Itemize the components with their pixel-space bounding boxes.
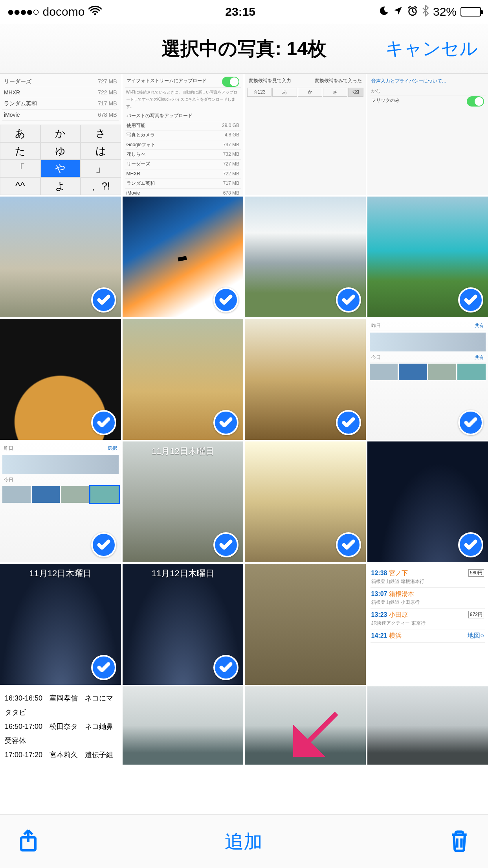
share-button[interactable] — [19, 829, 38, 854]
selected-check-icon — [91, 655, 116, 680]
selected-check-icon — [91, 287, 116, 313]
annotation-arrow-icon — [293, 710, 340, 757]
thumbnail[interactable] — [245, 686, 366, 765]
thumbnail[interactable]: 11月12日木曜日 — [123, 441, 244, 563]
signal-dots: ●●●●○ — [7, 5, 39, 18]
delete-button[interactable] — [449, 830, 469, 853]
thumbnail[interactable]: 音声入力とプライバシーについて… かな フリックのみ — [367, 74, 488, 195]
thumbnail[interactable] — [367, 441, 488, 563]
thumbnail[interactable]: 16:30-16:50 室岡孝信 ネコにマタタビ 16:50-17:00 松田奈… — [0, 686, 121, 765]
thumbnail[interactable] — [123, 686, 244, 765]
selected-check-icon — [213, 287, 238, 313]
svg-line-2 — [303, 714, 336, 747]
selected-check-icon — [213, 655, 238, 680]
selected-check-icon — [336, 410, 361, 435]
date-label: 11月12日木曜日 — [123, 568, 244, 579]
thumbnail[interactable] — [367, 686, 488, 765]
alarm-icon — [407, 5, 418, 19]
date-label: 11月12日木曜日 — [0, 568, 121, 579]
selected-check-icon — [336, 532, 361, 557]
thumbnail[interactable]: 昨日共有 今日共有 — [367, 319, 488, 440]
battery-pct: 32% — [433, 5, 457, 18]
thumbnail[interactable] — [0, 197, 121, 318]
thumbnail[interactable]: 変換候補を見て入力変換候補をみて入った ☆123 あ か さ ⌫ — [245, 74, 366, 195]
thumbnail[interactable]: 12:38 宮ノ下580円箱根登山鉄道 箱根湯本行 13:07 箱根湯本箱根登山… — [367, 564, 488, 685]
selected-check-icon — [458, 287, 483, 313]
thumbnail[interactable]: 11月12日木曜日 — [123, 564, 244, 685]
thumbnail[interactable] — [123, 319, 244, 440]
moon-icon — [379, 5, 389, 18]
toggle-icon — [467, 96, 484, 107]
thumbnail[interactable] — [0, 319, 121, 440]
thumbnail[interactable]: リーダーズ727 MB MHXR722 MB ランダム英和717 MB iMov… — [0, 74, 121, 195]
thumbnail[interactable] — [245, 197, 366, 318]
clock: 23:15 — [225, 5, 255, 18]
selected-check-icon — [458, 410, 483, 435]
kana-keyboard-thumb: あかさ たゆは 「や」 ^^よ、?! — [0, 125, 121, 195]
nav-bar: 選択中の写真: 14枚 キャンセル — [0, 24, 488, 74]
bluetooth-icon — [422, 5, 429, 19]
svg-point-0 — [94, 13, 96, 15]
selected-check-icon — [91, 410, 116, 435]
date-label: 11月12日木曜日 — [123, 445, 244, 457]
thumbnail[interactable]: マイフォトストリームにアップロード Wi-Fiに接続されているときに、自動的に新… — [123, 74, 244, 195]
selected-check-icon — [458, 532, 483, 557]
thumbnail[interactable]: 11月12日木曜日 — [0, 564, 121, 685]
selected-check-icon — [91, 532, 116, 557]
toggle-icon — [222, 77, 239, 87]
photo-grid: リーダーズ727 MB MHXR722 MB ランダム英和717 MB iMov… — [0, 74, 488, 765]
selected-check-icon — [213, 532, 238, 557]
nav-title: 選択中の写真: 14枚 — [161, 36, 327, 61]
thumbnail[interactable] — [245, 441, 366, 563]
cancel-button[interactable]: キャンセル — [385, 37, 478, 61]
carrier-label: docomo — [43, 5, 85, 18]
thumbnail[interactable] — [245, 564, 366, 685]
location-icon — [393, 5, 403, 18]
selected-check-icon — [213, 410, 238, 435]
thumbnail[interactable]: 昨日選択 今日 — [0, 441, 121, 563]
wifi-icon — [88, 5, 102, 18]
thumbnail[interactable] — [245, 319, 366, 440]
battery-icon — [460, 7, 481, 17]
add-button[interactable]: 追加 — [225, 829, 262, 854]
thumbnail[interactable] — [367, 197, 488, 318]
thumbnail[interactable] — [123, 197, 244, 318]
selected-check-icon — [336, 287, 361, 313]
bottom-toolbar: 追加 — [0, 815, 488, 868]
status-bar: ●●●●○ docomo 23:15 32% — [0, 0, 488, 24]
